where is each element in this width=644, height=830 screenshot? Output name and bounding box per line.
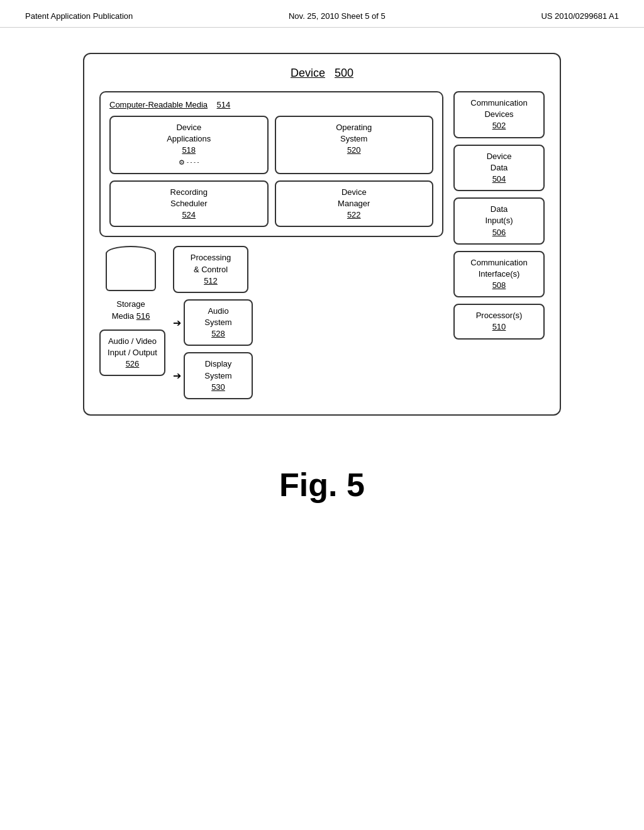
gear-icon: ⚙ [179,158,185,167]
device-applications-box: Device Applications 518 ⚙ - - - - [109,116,269,174]
crm-inner-grid: Device Applications 518 ⚙ - - - - Operat… [109,116,433,227]
device-outer-box: Device 500 Computer-Readable Media 514 [83,53,561,416]
storage-label: Storage Media 516 [112,299,150,321]
device-data-box: Device Data 504 [453,145,545,192]
arrow-to-audio: ➔ [173,317,181,329]
recording-scheduler-box: Recording Scheduler 524 [109,180,269,228]
device-manager-box: Device Manager 522 [275,180,434,228]
header-left: Patent Application Publication [25,11,133,21]
arrow-to-display: ➔ [173,370,181,382]
audio-system-box: Audio System 528 [184,299,253,346]
left-column-lower: Storage Media 516 Audio / Video Input / … [99,246,165,376]
data-inputs-box: Data Input(s) 506 [453,197,545,245]
cylinder-body [106,253,156,291]
gear-icon-area: ⚙ - - - - [179,158,199,167]
display-system-box: Display System 530 [184,352,253,399]
processors-box: Processor(s) 510 [453,304,545,339]
page-header: Patent Application Publication Nov. 25, … [0,0,644,28]
middle-section: Storage Media 516 Audio / Video Input / … [99,246,443,399]
storage-media-cylinder: Storage Media 516 [99,246,162,321]
device-title: Device 500 [99,67,545,80]
comm-interface-box: Communication Interface(s) 508 [453,251,545,298]
comm-devices-box: Communication Devices 502 [453,91,545,138]
diagram-body: Computer-Readable Media 514 Device Appli… [99,91,545,399]
operating-system-box: Operating System 520 [275,116,434,174]
left-center-area: Computer-Readable Media 514 Device Appli… [99,91,443,399]
audio-row: ➔ Audio System 528 [173,299,253,346]
center-lower-col: Processing & Control 512 ➔ Audio System … [173,246,253,399]
header-center: Nov. 25, 2010 Sheet 5 of 5 [289,11,386,21]
right-column: Communication Devices 502 Device Data 50… [453,91,545,340]
figure-label: Fig. 5 [279,466,365,504]
av-io-box: Audio / Video Input / Output 526 [99,329,165,377]
crm-title: Computer-Readable Media 514 [109,100,433,109]
processing-control-box: Processing & Control 512 [173,246,248,293]
display-row: ➔ Display System 530 [173,352,253,399]
main-content: Device 500 Computer-Readable Media 514 [0,28,644,516]
crm-box: Computer-Readable Media 514 Device Appli… [99,91,443,237]
header-right: US 2010/0299681 A1 [541,11,619,21]
